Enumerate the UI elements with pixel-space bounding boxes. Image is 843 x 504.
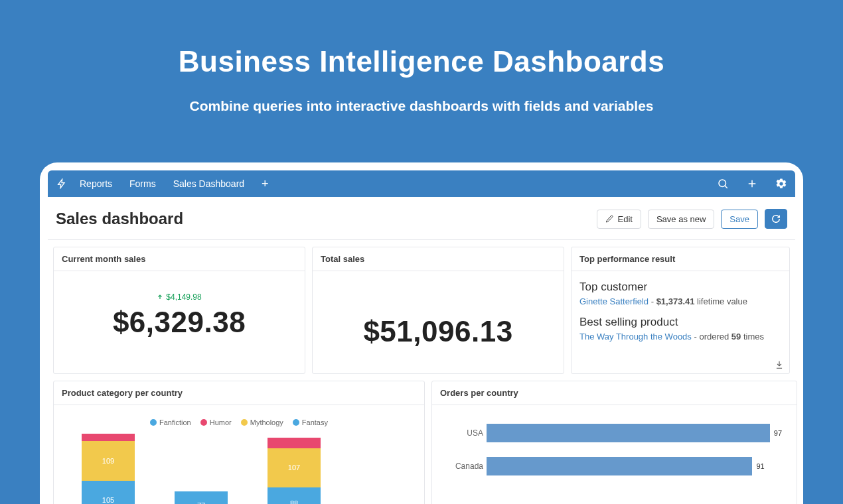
card-category-per-country: Product category per country FanfictionH… [53, 381, 425, 504]
top-customer-suffix: lifetime value [697, 296, 747, 306]
top-customer-value: $1,373.41 [656, 296, 695, 306]
edit-button[interactable]: Edit [597, 210, 641, 229]
tab-forms[interactable]: Forms [129, 178, 156, 189]
stack-column: 88107 [268, 438, 321, 504]
legend-item: Fanfiction [150, 418, 191, 426]
add-tab-button[interactable]: + [262, 177, 269, 191]
stack-segment [268, 438, 321, 448]
hbar-label: USA [447, 428, 483, 438]
hbar-bar [487, 457, 752, 475]
card-total-sales: Total sales $51,096.13 [312, 247, 564, 374]
card-orders-per-country: Orders per country USA 97Canada 91 [431, 381, 797, 504]
stack-segment: 77 [175, 491, 228, 504]
card-title: Orders per country [432, 381, 797, 405]
card-title: Product category per country [54, 381, 424, 405]
best-product-suffix: times [743, 332, 764, 342]
best-product-line: The Way Through the Woods - ordered 59 t… [579, 332, 781, 342]
hbar-chart: USA 97Canada 91 [440, 414, 789, 475]
topbar: Reports Forms Sales Dashboard + [48, 170, 795, 197]
hero-title: Business Intelligence Dashboards [0, 45, 843, 78]
metric-delta: $4,149.98 [62, 292, 297, 302]
top-customer-link[interactable]: Ginette Satterfield [579, 296, 649, 306]
tab-sales-dashboard[interactable]: Sales Dashboard [173, 178, 244, 189]
stacked-bar-chart: 1051097788107 [62, 433, 416, 504]
page-title: Sales dashboard [56, 210, 183, 228]
stack-segment: 88 [268, 487, 321, 504]
top-customer-heading: Top customer [579, 281, 781, 294]
download-icon[interactable] [775, 360, 784, 369]
stack-column: 77 [175, 491, 228, 504]
best-product-count: 59 [731, 332, 741, 342]
app-window: Reports Forms Sales Dashboard + Sales da… [40, 162, 803, 504]
pencil-icon [605, 215, 614, 223]
best-product-heading: Best selling product [579, 316, 781, 329]
arrow-up-icon [157, 294, 163, 300]
chart-legend: FanfictionHumorMythologyFantasy [62, 414, 416, 433]
card-title: Top performance result [572, 247, 789, 271]
legend-item: Mythology [241, 418, 283, 426]
edit-label: Edit [618, 214, 633, 224]
card-title: Current month sales [54, 247, 305, 271]
card-current-month-sales: Current month sales $4,149.98 $6,329.38 [53, 247, 305, 374]
hero-subtitle: Combine queries into interactive dashboa… [0, 98, 843, 114]
search-icon[interactable] [717, 178, 729, 190]
best-product-link[interactable]: The Way Through the Woods [579, 332, 692, 342]
stack-segment: 107 [268, 448, 321, 487]
hbar-value: 97 [774, 429, 782, 437]
hbar-row: Canada 91 [487, 457, 782, 475]
delta-value: $4,149.98 [166, 292, 201, 302]
refresh-button[interactable] [765, 209, 787, 229]
save-as-new-button[interactable]: Save as new [648, 210, 714, 229]
metric-value: $51,096.13 [321, 315, 556, 348]
page-header: Sales dashboard Edit Save as new Save [48, 197, 795, 240]
top-customer-line: Ginette Satterfield - $1,373.41 lifetime… [579, 296, 781, 306]
stack-segment: 109 [82, 441, 135, 481]
tab-bar: Reports Forms Sales Dashboard + [80, 177, 269, 191]
save-button[interactable]: Save [721, 210, 758, 229]
tab-reports[interactable]: Reports [80, 178, 112, 189]
card-top-performance: Top performance result Top customer Gine… [571, 247, 790, 374]
card-title: Total sales [313, 247, 564, 271]
stack-column: 105109 [82, 434, 135, 504]
hbar-row: USA 97 [487, 424, 782, 442]
stack-segment [82, 434, 135, 441]
metric-value: $6,329.38 [62, 306, 297, 339]
stack-segment: 105 [82, 481, 135, 504]
best-product-mid: ordered [699, 332, 729, 342]
refresh-icon [771, 214, 781, 223]
gear-icon[interactable] [775, 178, 787, 190]
svg-point-0 [719, 180, 726, 187]
hbar-value: 91 [756, 462, 764, 470]
plus-icon[interactable] [746, 178, 758, 190]
legend-item: Fantasy [293, 418, 328, 426]
legend-item: Humor [200, 418, 232, 426]
hbar-label: Canada [447, 462, 483, 471]
bolt-icon [56, 178, 68, 190]
hbar-bar [487, 424, 770, 442]
